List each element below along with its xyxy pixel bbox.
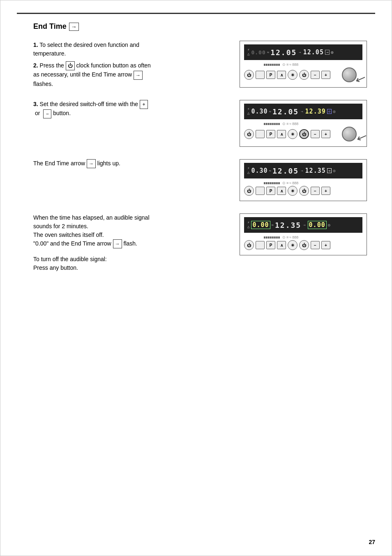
btn-sq-2[interactable] [256,130,265,138]
knob-2[interactable] [342,127,357,141]
seg-main-1: 12.05 [270,48,297,57]
note-2-arrow-box: → [113,239,122,248]
seg-end-4: 0.00 [308,221,327,229]
seg-clock-3: ⊙ [333,168,336,174]
btn-clock-2[interactable]: ⏻ [299,129,309,139]
btn-p-2[interactable]: P [266,130,275,138]
content: 1. To select the desired oven function a… [17,41,375,284]
btn-gear-1[interactable]: ✳ [288,70,297,80]
step-1-number: 1. [33,42,38,48]
display-row-4: ⚡ △ 0.00 ≈ 12.35 → 0.00 ⊙ [244,217,362,233]
display-segments-3: 0.30 ≈ 12.05 → 12.35 → ⊙ [251,167,359,175]
top-border [17,13,375,14]
note-2-text2: To turn off the audible signal: Press an… [33,255,157,272]
seg-time-left-1: 0.00 [251,49,265,56]
display-segments-2: 0.30 ≈ 12.05 → 12.39 ⊙ ⊙ [251,107,359,116]
prog-bar-1 [264,64,280,66]
step-2: 2. Press the ⏻ clock function button as … [33,61,157,88]
btn-p-1[interactable]: P [266,71,275,79]
seg-arrow-4: → [303,223,305,227]
seg-main-2: 12.05 [272,107,299,116]
title-arrow: → [69,23,79,31]
btn-power-1[interactable]: ⏻ [244,70,254,80]
knob-area-1: ↙ [342,67,362,82]
title-row: End Time → [17,22,375,31]
seg-wave-3: ≈ [269,169,271,173]
diagram-col-1: ⚡ △ 0.00 ≈ 12.05 → 12.05 → ⊙ [165,41,375,92]
btn-p-4[interactable]: P [266,241,275,249]
btn-caret-1[interactable]: ∧ [277,71,286,79]
seg-end-arrow-1: → [325,50,330,55]
btn-clock-3[interactable]: ⏻ [299,186,309,196]
display-icons-row-2: ⊙ ≡ ≈ 888 [254,122,362,126]
buttons-row-1: ⏻ P ∧ ✳ ⏻ − + ↙ [244,67,362,82]
seg-end-3: 12.35 [305,167,326,174]
btn-gear-2[interactable]: ✳ [288,129,297,139]
btn-p-3[interactable]: P [266,187,275,195]
step-3-text-before: Set the desired switch-off time with the [40,101,138,107]
seg-clock-4: ⊙ [328,222,331,228]
section-note1: The End Time arrow → lights up. ⚡ △ 0.30 [17,159,375,205]
seg-end-2: 12.39 [305,108,326,115]
text-col-1-2: 1. To select the desired oven function a… [17,41,165,92]
btn-gear-4[interactable]: ✳ [288,240,297,250]
btn-minus-3[interactable]: − [311,187,320,195]
display-icons-row-3: ⊙ ≡ ≈ 888 [254,181,362,185]
prog-bar-2 [264,123,280,125]
seg-main-4: 12.35 [275,221,301,229]
seg-arrow-3: → [301,169,303,173]
btn-minus-4[interactable]: − [311,241,320,249]
seg-time-left-3: 0.30 [251,167,267,174]
btn-plus-4[interactable]: + [321,241,330,249]
step-2-inline-arrow: → [134,71,143,80]
btn-sq-4[interactable] [256,241,265,249]
seg-main-3: 12.05 [272,167,299,175]
diagram-col-4: ⚡ △ 0.00 ≈ 12.35 → 0.00 ⊙ [165,213,375,259]
btn-minus-2[interactable]: − [311,130,320,138]
text-col-note2: When the time has elapsed, an audible si… [17,213,165,276]
btn-caret-3[interactable]: ∧ [277,187,286,195]
display-row-1: ⚡ △ 0.00 ≈ 12.05 → 12.05 → ⊙ [244,44,362,60]
seg-wave-1: ≈ [267,50,269,54]
seg-clock-1: ⊙ [331,50,334,55]
prog-bar-3 [264,182,280,184]
display-row-2: ⚡ △ 0.30 ≈ 12.05 → 12.39 ⊙ ⊙ [244,104,362,119]
btn-power-4[interactable]: ⏻ [244,240,254,250]
display-row-3: ⚡ △ 0.30 ≈ 12.05 → 12.35 → ⊙ [244,163,362,178]
step-3-text-after: button. [53,110,71,116]
step-1: 1. To select the desired oven function a… [33,41,157,58]
btn-caret-4[interactable]: ∧ [277,241,286,249]
seg-arrow-1: → [299,50,301,54]
page: End Time → 1. To select the desired oven… [0,0,392,556]
btn-plus-3[interactable]: + [321,187,330,195]
btn-clock-4[interactable]: ⏻ [299,240,309,250]
note-1-arrow-box: → [87,159,96,168]
btn-caret-2[interactable]: ∧ [277,130,286,138]
text-col-3: 3. Set the desired switch-off time with … [17,100,165,122]
page-title: End Time [33,22,67,31]
btn-sq-1[interactable] [256,71,265,79]
note-1-text: The End Time arrow → lights up. [33,159,157,168]
seg-end-1: 12.05 [303,49,324,56]
prog-bar-4 [264,236,280,239]
display-icons-row-1: ⊙ ≡ ≈ 888 [254,63,362,67]
btn-clock-1[interactable]: ⏻ [299,70,309,80]
buttons-row-3: ⏻ P ∧ ✳ ⏻ − + [244,186,362,196]
section-1-2: 1. To select the desired oven function a… [17,41,375,92]
btn-power-3[interactable]: ⏻ [244,186,254,196]
btn-plus-1[interactable]: + [321,71,330,79]
btn-gear-3[interactable]: ✳ [288,186,297,196]
oven-panel-2: ⚡ △ 0.30 ≈ 12.05 → 12.39 ⊙ ⊙ [240,100,367,147]
btn-power-2[interactable]: ⏻ [244,129,254,139]
display-left-icon-2: ⚡ △ [247,107,249,116]
display-left-icon-1: ⚡ △ [247,48,249,56]
btn-minus-1[interactable]: − [311,71,320,79]
btn-plus-2[interactable]: + [321,130,330,138]
step-3-number: 3. [33,101,38,107]
seg-time-left-4: 0.00 [251,221,270,229]
or-text: or [35,110,40,116]
btn-sq-3[interactable] [256,187,265,195]
seg-arrow-2: → [301,109,303,114]
page-number: 27 [369,539,375,545]
seg-clock-2: ⊙ [333,109,336,114]
